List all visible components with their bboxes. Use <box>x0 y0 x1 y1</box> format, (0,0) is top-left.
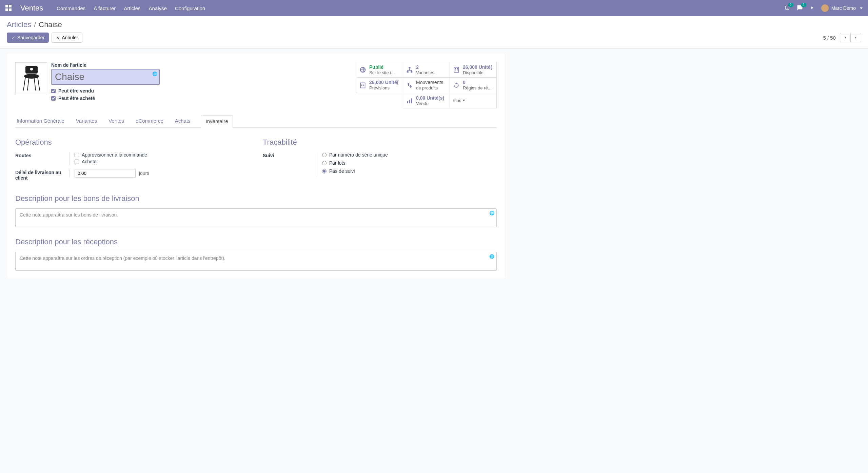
svg-rect-19 <box>363 85 364 86</box>
svg-rect-7 <box>409 67 411 68</box>
svg-rect-21 <box>409 100 410 103</box>
smart-sold[interactable]: 0,00 Unité(s)Vendu <box>403 93 450 108</box>
breadcrumb-sep: / <box>34 20 36 29</box>
save-button-label: Sauvegarder <box>17 35 44 40</box>
can-be-purchased-checkbox[interactable]: Peut être acheté <box>51 96 160 101</box>
svg-line-5 <box>27 78 29 90</box>
smart-rules[interactable]: 0Règles de ré... <box>450 77 497 93</box>
save-button[interactable]: Sauvegarder <box>7 33 49 43</box>
smart-moves[interactable]: Mouvementsde produits <box>403 77 450 93</box>
smart-more[interactable]: Plus <box>450 93 497 108</box>
smart-onhand[interactable]: 26,000 Unité(Disponible <box>450 62 497 78</box>
route-mto-checkbox[interactable]: Approvisionner à la commande <box>75 152 249 158</box>
exchange-icon <box>406 82 413 89</box>
svg-line-6 <box>34 78 36 90</box>
svg-rect-10 <box>454 67 458 73</box>
svg-rect-16 <box>361 84 362 85</box>
smart-published[interactable]: PubliéSur le site i... <box>356 62 403 78</box>
tab-inventory[interactable]: Inventaire <box>201 115 233 128</box>
bars-icon <box>406 97 413 104</box>
app-brand[interactable]: Ventes <box>20 4 43 13</box>
svg-line-4 <box>38 77 40 90</box>
name-label: Nom de l'article <box>51 62 160 68</box>
lead-time-label: Délai de livraison au client <box>15 169 70 181</box>
activity-badge: 2 <box>788 3 793 7</box>
breadcrumb: Articles / Chaise <box>7 20 861 29</box>
routes-label: Routes <box>15 152 70 158</box>
svg-rect-14 <box>457 69 458 70</box>
menu-commandes[interactable]: Commandes <box>57 5 85 11</box>
discuss-icon[interactable]: 2 <box>797 5 803 12</box>
refresh-icon <box>453 82 460 89</box>
sitemap-icon <box>406 66 413 74</box>
discuss-badge: 2 <box>801 3 806 7</box>
svg-rect-12 <box>457 68 458 69</box>
svg-rect-20 <box>407 101 408 103</box>
menu-a-facturer[interactable]: À facturer <box>94 5 116 11</box>
breadcrumb-current: Chaise <box>39 20 62 29</box>
desc-delivery-input[interactable]: Cette note apparaîtra sur les bons de li… <box>15 208 497 227</box>
tab-ecommerce[interactable]: eCommerce <box>134 115 165 127</box>
tab-variants[interactable]: Variantes <box>75 115 98 127</box>
chevron-down-icon <box>462 100 465 101</box>
track-lot-radio[interactable]: Par lots <box>322 160 497 166</box>
globe-icon <box>359 66 367 74</box>
activity-icon[interactable]: 2 <box>784 5 790 12</box>
product-name-value: Chaise <box>55 71 84 82</box>
play-icon[interactable] <box>810 5 814 11</box>
product-image[interactable] <box>15 62 47 94</box>
desc-receipt-input[interactable]: Cette note apparaîtra sur les ordres de … <box>15 252 497 271</box>
route-buy-checkbox[interactable]: Acheter <box>75 159 249 164</box>
svg-point-1 <box>30 68 33 70</box>
tracking-label: Suivi <box>263 152 317 158</box>
operations-title: Opérations <box>15 138 249 147</box>
can-be-sold-checkbox[interactable]: Peut être vendu <box>51 88 160 94</box>
apps-icon[interactable] <box>5 5 12 12</box>
desc-delivery-title: Description pour les bons de livraison <box>15 194 497 203</box>
svg-line-3 <box>23 77 25 90</box>
track-none-radio[interactable]: Pas de suivi <box>322 168 497 174</box>
tab-sales[interactable]: Ventes <box>107 115 125 127</box>
menu-articles[interactable]: Articles <box>124 5 140 11</box>
smart-buttons: PubliéSur le site i... 2Variantes 26,000… <box>356 62 497 108</box>
product-name-input[interactable]: Chaise 🌐 <box>51 69 160 85</box>
discard-button[interactable]: Annuler <box>52 33 82 43</box>
pager-prev[interactable] <box>840 33 850 42</box>
pager-next[interactable] <box>850 33 861 42</box>
pager[interactable]: 5 / 50 <box>823 35 836 41</box>
chair-icon <box>19 65 43 92</box>
desc-receipt-placeholder: Cette note apparaîtra sur les ordres de … <box>20 255 225 261</box>
tab-general[interactable]: Information Générale <box>15 115 66 127</box>
desc-receipt-title: Description pour les réceptions <box>15 238 497 246</box>
svg-rect-9 <box>411 71 412 73</box>
discard-button-label: Annuler <box>62 35 78 40</box>
svg-rect-11 <box>455 68 456 69</box>
main-menu: Commandes À facturer Articles Analyse Co… <box>57 5 205 11</box>
smart-variants[interactable]: 2Variantes <box>403 62 450 78</box>
translate-icon[interactable]: 🌐 <box>489 254 494 259</box>
breadcrumb-parent[interactable]: Articles <box>7 20 31 29</box>
user-menu[interactable]: Marc Demo <box>821 4 863 12</box>
translate-icon[interactable]: 🌐 <box>152 71 157 76</box>
translate-icon[interactable]: 🌐 <box>489 211 494 215</box>
smart-forecast[interactable]: 26,000 Unité(Prévisions <box>356 77 403 93</box>
avatar <box>821 4 829 12</box>
menu-configuration[interactable]: Configuration <box>175 5 205 11</box>
menu-analyse[interactable]: Analyse <box>149 5 167 11</box>
building-icon <box>453 66 460 74</box>
can-be-purchased-label: Peut être acheté <box>58 96 95 101</box>
user-name: Marc Demo <box>831 5 856 11</box>
svg-rect-13 <box>455 69 456 70</box>
notebook-tabs: Information Générale Variantes Ventes eC… <box>15 115 497 128</box>
svg-rect-15 <box>360 83 365 88</box>
lead-time-unit: jours <box>139 170 149 176</box>
lead-time-input[interactable] <box>75 169 136 178</box>
traceability-title: Traçabilité <box>263 138 497 147</box>
track-serial-radio[interactable]: Par numéro de série unique <box>322 152 497 158</box>
tab-purchase[interactable]: Achats <box>174 115 192 127</box>
svg-rect-8 <box>407 71 409 73</box>
desc-delivery-placeholder: Cette note apparaîtra sur les bons de li… <box>20 212 118 218</box>
svg-rect-22 <box>411 98 412 103</box>
building-icon <box>359 82 367 89</box>
svg-point-2 <box>24 74 39 79</box>
